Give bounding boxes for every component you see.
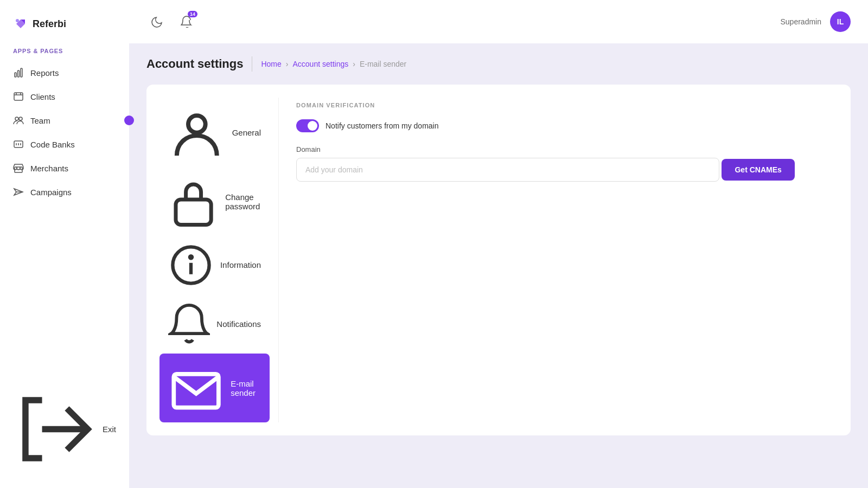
breadcrumb-sep2: › (353, 60, 355, 68)
active-indicator (124, 115, 134, 125)
email-sender-icon (168, 360, 224, 416)
sidebar-item-merchants[interactable]: Merchants (0, 156, 129, 180)
page-header: Account settings Home › Account settings… (146, 56, 851, 72)
apps-pages-label: APPS & PAGES (0, 48, 129, 61)
reports-icon (13, 67, 24, 78)
clients-icon (13, 91, 24, 102)
settings-nav-notifications[interactable]: Notifications (159, 297, 270, 351)
settings-nav-notifications-label: Notifications (216, 319, 261, 329)
notifications-icon (168, 303, 210, 345)
sidebar-label-code-banks: Code Banks (30, 140, 75, 149)
breadcrumb: Home › Account settings › E-mail sender (261, 60, 406, 68)
notifications-button[interactable]: 14 (177, 12, 196, 31)
domain-input[interactable] (296, 158, 719, 182)
logo-area: Referbi (0, 11, 129, 48)
sidebar-item-code-banks[interactable]: Code Banks (0, 132, 129, 156)
theme-toggle-button[interactable] (146, 12, 166, 31)
domain-verification-label: DOMAIN VERIFICATION (296, 102, 820, 108)
toggle-knob (308, 121, 317, 131)
topbar-left: 14 (146, 12, 196, 31)
svg-point-18 (188, 115, 206, 133)
svg-rect-3 (21, 68, 22, 77)
logo-text: Referbi (33, 18, 66, 30)
settings-nav-general[interactable]: General (159, 98, 270, 168)
merchants-icon (13, 163, 24, 174)
content-area: Account settings Home › Account settings… (129, 43, 868, 488)
svg-rect-19 (176, 200, 211, 225)
sidebar-label-clients: Clients (30, 92, 55, 101)
user-label: Superadmin (781, 17, 822, 26)
breadcrumb-sep1: › (286, 60, 289, 68)
get-cnames-button[interactable]: Get CNAMEs (722, 159, 794, 181)
breadcrumb-home[interactable]: Home (261, 60, 281, 68)
toggle-label: Notify customers from my domain (326, 121, 439, 130)
sidebar-item-campaigns[interactable]: Campaigns (0, 180, 129, 204)
toggle-row: Notify customers from my domain (296, 119, 820, 132)
svg-rect-2 (18, 70, 20, 77)
sidebar: Referbi APPS & PAGES Reports Clients (0, 0, 129, 488)
settings-nav: General Change password Information (159, 98, 279, 422)
sidebar-label-reports: Reports (30, 68, 59, 78)
breadcrumb-current: E-mail sender (360, 60, 406, 68)
exit-icon (13, 388, 96, 471)
settings-nav-email-sender[interactable]: E-mail sender (159, 354, 270, 422)
topbar: 14 Superadmin IL (129, 0, 868, 43)
header-divider (252, 56, 252, 72)
notify-customers-toggle[interactable] (296, 119, 319, 132)
svg-rect-4 (14, 93, 23, 100)
svg-point-9 (19, 117, 22, 120)
sidebar-label-merchants: Merchants (30, 164, 68, 173)
topbar-right: Superadmin IL (781, 11, 851, 32)
settings-nav-email-sender-label: E-mail sender (231, 379, 261, 397)
settings-nav-information-label: Information (220, 260, 261, 269)
sidebar-item-reports[interactable]: Reports (0, 61, 129, 85)
sidebar-nav: Reports Clients Team (0, 61, 129, 204)
svg-point-0 (16, 19, 19, 22)
team-icon (13, 115, 24, 126)
exit-label: Exit (103, 425, 116, 434)
logo-icon (13, 16, 28, 31)
domain-field-label: Domain (296, 145, 820, 153)
code-banks-icon (13, 139, 24, 150)
password-icon (168, 177, 219, 227)
settings-nav-change-password-label: Change password (225, 192, 261, 211)
sidebar-label-team: Team (30, 116, 50, 125)
information-icon (168, 242, 214, 288)
notification-count: 14 (188, 11, 197, 17)
general-icon (168, 104, 226, 162)
exit-item[interactable]: Exit (0, 381, 129, 477)
settings-nav-information[interactable]: Information (159, 236, 270, 294)
settings-card: General Change password Information (146, 85, 851, 435)
sidebar-label-campaigns: Campaigns (30, 188, 72, 197)
page-title: Account settings (146, 57, 243, 71)
main-area: 14 Superadmin IL Account settings Home ›… (129, 0, 868, 488)
settings-nav-general-label: General (232, 128, 261, 137)
avatar: IL (830, 11, 851, 32)
sidebar-item-clients[interactable]: Clients (0, 85, 129, 108)
sidebar-item-team[interactable]: Team (0, 108, 129, 132)
svg-point-22 (190, 256, 192, 258)
breadcrumb-parent[interactable]: Account settings (293, 60, 349, 68)
svg-point-8 (15, 117, 18, 120)
svg-rect-1 (15, 73, 16, 77)
campaigns-icon (13, 187, 24, 197)
settings-nav-change-password[interactable]: Change password (159, 170, 270, 234)
settings-content: DOMAIN VERIFICATION Notify customers fro… (279, 98, 838, 422)
